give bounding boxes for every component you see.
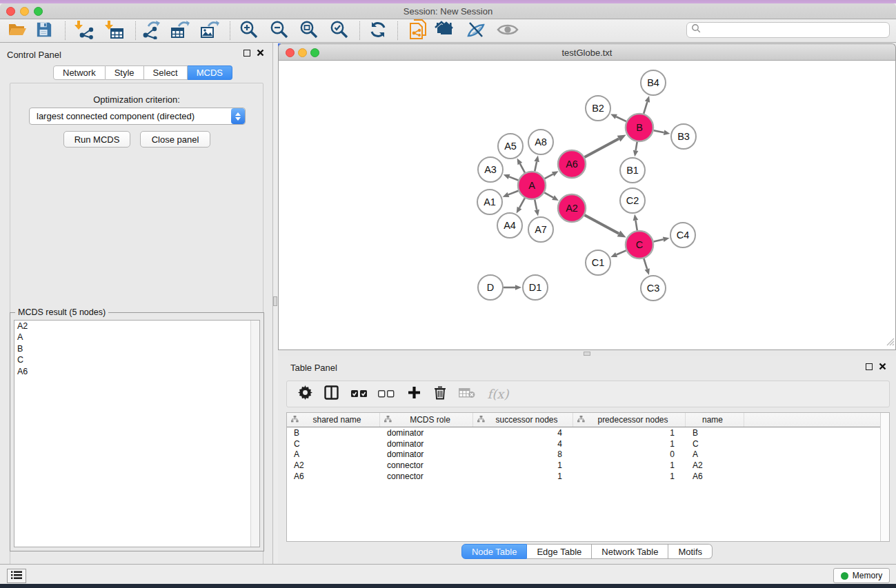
zoom-fit-button[interactable] — [298, 21, 320, 41]
graph-edge[interactable] — [635, 221, 637, 231]
network-window-titlebar[interactable]: testGlobe.txt — [278, 43, 896, 61]
select-all-button[interactable] — [349, 384, 370, 405]
mcds-result-item[interactable]: A — [14, 332, 259, 343]
graph-edge[interactable] — [535, 161, 537, 171]
table-row[interactable]: A2connector11A2 — [287, 460, 889, 471]
delete-table-button[interactable] — [457, 384, 477, 405]
show-panels-button[interactable] — [7, 569, 26, 583]
network-file-icon — [409, 19, 427, 43]
edge-arrowhead — [633, 150, 639, 156]
mcds-result-list[interactable]: A2ABCA6 — [14, 320, 260, 547]
column-header-successor-nodes[interactable]: successor nodes — [473, 413, 573, 427]
hide-neighbors-button[interactable] — [465, 21, 487, 41]
horizontal-splitter-handle[interactable] — [584, 352, 590, 356]
table-row[interactable]: A6connector11A6 — [287, 471, 889, 482]
graph-edge[interactable] — [544, 192, 553, 197]
apply-function-button[interactable]: f(x) — [486, 384, 510, 405]
resize-grip-icon[interactable] — [886, 336, 895, 349]
open-session-button[interactable] — [6, 21, 28, 41]
run-mcds-button[interactable]: Run MCDS — [63, 131, 130, 148]
graph-edge[interactable] — [654, 130, 664, 132]
tab-mcds[interactable]: MCDS — [188, 65, 232, 80]
graph-edge[interactable] — [584, 139, 619, 157]
graph-edge[interactable] — [545, 174, 553, 179]
graph-edge[interactable] — [644, 102, 647, 114]
network-file-button[interactable] — [407, 21, 429, 41]
table-cell: C — [686, 439, 744, 449]
memory-button[interactable]: Memory — [833, 568, 890, 583]
close-panel-button[interactable]: Close panel — [140, 131, 210, 148]
scrollbar-track[interactable] — [250, 321, 259, 547]
export-network-button[interactable] — [140, 21, 162, 41]
table-panel-tabs: Node TableEdge TableNetwork TableMotifs — [278, 544, 896, 559]
tab-network[interactable]: Network — [53, 65, 106, 80]
column-header-shared-name[interactable]: shared name — [287, 413, 380, 427]
home-button[interactable] — [435, 21, 457, 41]
close-panel-icon[interactable] — [879, 363, 886, 370]
criterion-select[interactable]: largest connected component (directed) — [29, 108, 246, 125]
show-graphics-details-button[interactable] — [497, 21, 519, 41]
graph-edge[interactable] — [509, 176, 518, 180]
zoom-in-button[interactable] — [238, 21, 260, 41]
float-panel-icon[interactable] — [243, 50, 250, 57]
tab-edge-table[interactable]: Edge Table — [527, 544, 592, 559]
tab-node-table[interactable]: Node Table — [461, 544, 528, 559]
graph-edge[interactable] — [617, 250, 626, 254]
tab-select[interactable]: Select — [144, 65, 188, 80]
tab-motifs[interactable]: Motifs — [668, 544, 713, 559]
fx-icon: f(x) — [488, 387, 509, 401]
checked-boxes-icon — [351, 388, 368, 401]
graph-edge[interactable] — [644, 258, 647, 269]
network-canvas[interactable]: B4B2BB3A5A8A6B1A3AC2A1A2A4A7C4CC1C3DD1 — [278, 61, 896, 350]
graph-edge[interactable] — [636, 142, 637, 151]
column-settings-button[interactable] — [295, 384, 315, 405]
unselect-all-button[interactable] — [376, 384, 397, 405]
mcds-result-item[interactable]: A6 — [14, 366, 259, 377]
column-header-name[interactable]: name — [686, 413, 744, 427]
graph-edge[interactable] — [616, 116, 626, 121]
graph-edge[interactable] — [519, 198, 525, 207]
graph-edge[interactable] — [508, 191, 518, 195]
refresh-view-button[interactable] — [367, 21, 389, 41]
tab-style[interactable]: Style — [106, 65, 144, 80]
mcds-result-item[interactable]: A2 — [14, 321, 259, 332]
export-image-button[interactable] — [199, 21, 221, 41]
import-table-button[interactable] — [103, 21, 126, 41]
mcds-result-item[interactable]: B — [14, 343, 259, 354]
toolbar-separator — [65, 21, 66, 40]
zoom-selected-button[interactable] — [328, 21, 350, 41]
table-row[interactable]: Bdominator41B — [287, 427, 889, 438]
export-table-button[interactable] — [169, 21, 191, 41]
search-box[interactable] — [686, 22, 890, 38]
graph-edge[interactable] — [584, 215, 619, 234]
save-session-button[interactable] — [33, 21, 55, 41]
zoom-out-button[interactable] — [268, 21, 290, 41]
graph-edge[interactable] — [535, 200, 537, 210]
float-panel-icon[interactable] — [866, 363, 873, 370]
node-label: B4 — [647, 77, 659, 88]
table-row[interactable]: Adominator80A — [287, 449, 889, 460]
show-columns-button[interactable] — [321, 384, 341, 405]
mcds-result-title: MCDS result (5 nodes) — [15, 307, 108, 317]
import-network-button[interactable] — [73, 21, 95, 41]
table-cell: 4 — [473, 428, 573, 438]
home-icon — [435, 21, 458, 41]
delete-column-button[interactable] — [430, 384, 450, 405]
vertical-splitter-handle[interactable] — [273, 296, 277, 306]
tab-network-table[interactable]: Network Table — [592, 544, 668, 559]
scrollbar-track[interactable] — [880, 413, 889, 541]
memory-label: Memory — [853, 571, 882, 580]
node-label: C — [636, 239, 643, 250]
column-header-MCDS-role[interactable]: MCDS role — [380, 413, 473, 427]
graph-edge[interactable] — [653, 239, 663, 241]
table-cell: B — [287, 428, 380, 438]
column-header-predecessor-nodes[interactable]: predecessor nodes — [573, 413, 686, 427]
table-cell: 1 — [573, 428, 686, 438]
network-graph[interactable]: B4B2BB3A5A8A6B1A3AC2A1A2A4A7C4CC1C3DD1 — [279, 61, 895, 349]
close-panel-icon[interactable] — [257, 49, 264, 57]
mcds-result-item[interactable]: C — [14, 354, 259, 365]
search-input[interactable] — [701, 26, 874, 35]
create-column-button[interactable] — [404, 384, 424, 405]
table-row[interactable]: Cdominator41C — [287, 438, 889, 449]
graph-edge[interactable] — [520, 163, 525, 172]
